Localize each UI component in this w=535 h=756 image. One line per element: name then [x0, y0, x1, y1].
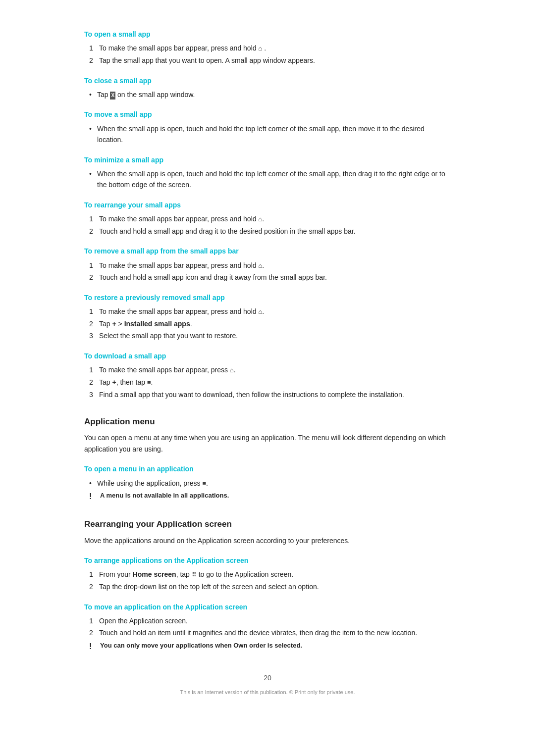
heading-open-small-app: To open a small app — [84, 29, 451, 40]
list-item: 2Touch and hold a small app icon and dra… — [84, 272, 451, 283]
title-application-menu: Application menu — [84, 415, 451, 428]
list-move-small-app: •When the small app is open, touch and h… — [84, 123, 451, 146]
list-rearrange-small-apps: 1To make the small apps bar appear, pres… — [84, 213, 451, 237]
list-item: •Tap X on the small app window. — [84, 89, 451, 100]
section-close-small-app: To close a small app •Tap X on the small… — [84, 75, 451, 101]
list-item: 1To make the small apps bar appear, pres… — [84, 213, 451, 225]
heading-close-small-app: To close a small app — [84, 75, 451, 86]
grid-icon: ⠿ — [192, 570, 197, 580]
list-item: 3Select the small app that you want to r… — [84, 330, 451, 341]
list-remove-small-app: 1To make the small apps bar appear, pres… — [84, 260, 451, 283]
list-item: •While using the application, press ≡. — [84, 478, 451, 489]
title-rearranging: Rearranging your Application screen — [84, 517, 451, 531]
section-move-small-app: To move a small app •When the small app … — [84, 109, 451, 145]
warning-icon: ! — [89, 491, 97, 503]
list-open-menu-in-app: •While using the application, press ≡. — [84, 478, 451, 489]
section-rearranging-app-screen: Rearranging your Application screen Move… — [84, 517, 451, 652]
home-icon: ⌂ — [258, 261, 262, 271]
home-icon: ⌂ — [258, 214, 262, 225]
warning-text: A menu is not available in all applicati… — [100, 491, 229, 501]
page-content: To open a small app 1To make the small a… — [74, 0, 461, 727]
section-remove-small-app: To remove a small app from the small app… — [84, 246, 451, 283]
list-item: 2Tap the drop-down list on the top left … — [84, 581, 451, 592]
section-download-small-app: To download a small app 1To make the sma… — [84, 351, 451, 400]
list-item: 1From your Home screen, tap ⠿ to go to t… — [84, 569, 451, 580]
heading-move-app: To move an application on the Applicatio… — [84, 602, 451, 612]
heading-move-small-app: To move a small app — [84, 109, 451, 120]
list-move-app: 1Open the Application screen. 2Touch and… — [84, 615, 451, 639]
list-item: 1To make the small apps bar appear, pres… — [84, 43, 451, 54]
list-item: 2Touch and hold an item until it magnifi… — [84, 627, 451, 638]
heading-minimize-small-app: To minimize a small app — [84, 154, 451, 165]
list-item: 1To make the small apps bar appear, pres… — [84, 260, 451, 271]
menu-icon: ≡ — [147, 378, 151, 388]
list-item: 2Tap the small app that you want to open… — [84, 55, 451, 66]
warning-icon: ! — [89, 641, 97, 653]
page-number: 20 — [84, 672, 451, 683]
list-item: 1To make the small apps bar appear, pres… — [84, 306, 451, 317]
warning-rearranging: ! You can only move your applications wh… — [84, 641, 451, 653]
list-restore-small-app: 1To make the small apps bar appear, pres… — [84, 306, 451, 342]
plus-icon: + — [112, 318, 116, 329]
close-icon: X — [110, 92, 115, 100]
menu-icon: ≡ — [202, 479, 206, 489]
list-item: 1To make the small apps bar appear, pres… — [84, 364, 451, 376]
section-minimize-small-app: To minimize a small app •When the small … — [84, 154, 451, 191]
list-item: •When the small app is open, touch and h… — [84, 168, 451, 191]
home-icon: ⌂ — [258, 44, 262, 54]
list-item: 2Tap + > Installed small apps. — [84, 318, 451, 329]
home-icon: ⌂ — [258, 307, 262, 317]
heading-restore-small-app: To restore a previously removed small ap… — [84, 292, 451, 303]
list-minimize-small-app: •When the small app is open, touch and h… — [84, 168, 451, 191]
heading-remove-small-app: To remove a small app from the small app… — [84, 246, 451, 256]
list-item: 1Open the Application screen. — [84, 615, 451, 626]
list-close-small-app: •Tap X on the small app window. — [84, 89, 451, 100]
desc-rearranging: Move the applications around on the Appl… — [84, 535, 451, 546]
home-icon: ⌂ — [230, 365, 234, 376]
plus-icon: + — [112, 377, 116, 388]
list-item: 2Touch and hold a small app and drag it … — [84, 226, 451, 237]
own-order-label: Own order — [233, 642, 266, 649]
footer-text: This is an Internet version of this publ… — [84, 688, 451, 697]
list-open-small-app: 1To make the small apps bar appear, pres… — [84, 43, 451, 66]
list-download-small-app: 1To make the small apps bar appear, pres… — [84, 364, 451, 400]
desc-application-menu: You can open a menu at any time when you… — [84, 432, 451, 454]
section-restore-small-app: To restore a previously removed small ap… — [84, 292, 451, 342]
section-application-menu: Application menu You can open a menu at … — [84, 415, 451, 503]
heading-arrange-apps: To arrange applications on the Applicati… — [84, 555, 451, 566]
heading-download-small-app: To download a small app — [84, 351, 451, 361]
list-item: 2Tap +, then tap ≡. — [84, 377, 451, 388]
heading-open-menu-in-app: To open a menu in an application — [84, 463, 451, 474]
heading-rearrange-small-apps: To rearrange your small apps — [84, 200, 451, 210]
section-rearrange-small-apps: To rearrange your small apps 1To make th… — [84, 200, 451, 237]
section-open-small-app: To open a small app 1To make the small a… — [84, 29, 451, 66]
list-arrange-apps: 1From your Home screen, tap ⠿ to go to t… — [84, 569, 451, 592]
list-item: 3Find a small app that you want to downl… — [84, 389, 451, 400]
warning-application-menu: ! A menu is not available in all applica… — [84, 491, 451, 503]
list-item: •When the small app is open, touch and h… — [84, 123, 451, 146]
warning-text: You can only move your applications when… — [100, 641, 302, 651]
